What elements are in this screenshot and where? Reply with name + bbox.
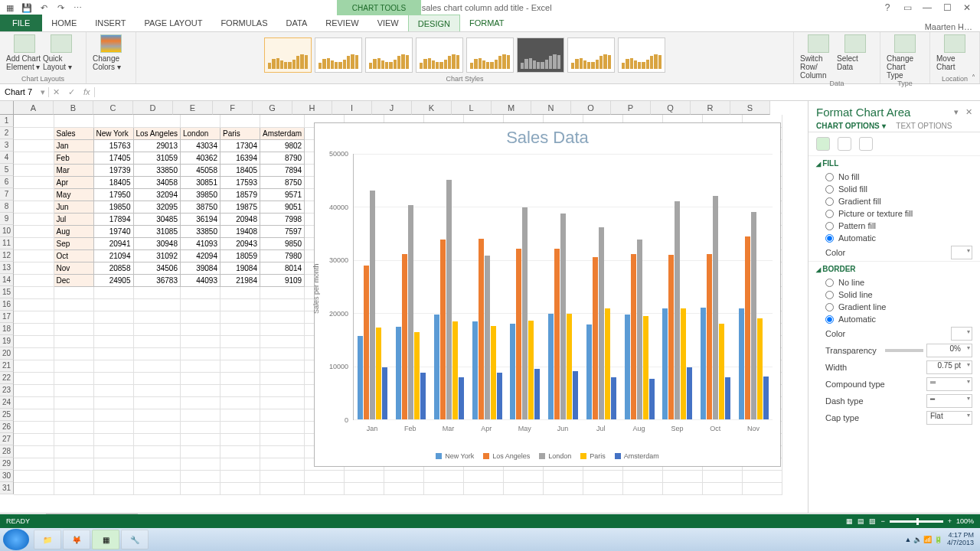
cell[interactable]	[220, 311, 260, 323]
column-header[interactable]: H	[292, 101, 332, 115]
cell[interactable]	[181, 347, 220, 360]
tab-home[interactable]: HOME	[42, 15, 86, 31]
automatic-fill-radio[interactable]	[825, 234, 834, 243]
taskbar-explorer-icon[interactable]: 📁	[34, 530, 61, 549]
bar[interactable]	[414, 332, 420, 419]
cell[interactable]: 43034	[181, 139, 220, 152]
cell[interactable]	[54, 311, 93, 323]
view-page-break-icon[interactable]: ▧	[869, 517, 876, 525]
cell[interactable]	[181, 298, 220, 311]
worksheet-area[interactable]: ABCDEFGHIJKLMNOPQRS 12345678910111213141…	[0, 101, 808, 513]
cell[interactable]: 19408	[220, 225, 260, 237]
column-header[interactable]: C	[93, 101, 133, 115]
cell[interactable]	[14, 458, 54, 470]
chart-style-thumb-2[interactable]	[315, 37, 362, 73]
bar[interactable]	[408, 205, 413, 419]
size-properties-icon[interactable]	[859, 137, 873, 151]
row-header[interactable]: 19	[0, 335, 14, 347]
cell[interactable]	[14, 482, 54, 494]
cell[interactable]	[54, 470, 93, 482]
column-header[interactable]: S	[730, 101, 770, 115]
bar[interactable]	[605, 308, 610, 419]
cell[interactable]: 17304	[220, 139, 260, 152]
chart-style-thumb-7[interactable]	[567, 37, 615, 73]
row-header[interactable]: 29	[0, 458, 14, 470]
cell[interactable]	[260, 360, 305, 372]
bar[interactable]	[479, 239, 484, 419]
row-header[interactable]: 3	[0, 139, 14, 152]
bar[interactable]	[528, 321, 534, 419]
zoom-out-icon[interactable]: −	[880, 517, 884, 525]
cell[interactable]	[93, 311, 133, 323]
cell[interactable]: New York	[93, 127, 133, 139]
cell[interactable]	[133, 482, 181, 494]
cell[interactable]	[181, 384, 220, 396]
cell[interactable]	[93, 286, 133, 298]
collapse-ribbon-icon[interactable]: ˄	[972, 73, 975, 82]
cell[interactable]	[54, 347, 93, 360]
cell[interactable]: 18405	[220, 164, 260, 176]
cell[interactable]	[93, 323, 133, 335]
cell[interactable]: 24905	[93, 274, 133, 286]
row-header[interactable]: 7	[0, 188, 14, 201]
cell[interactable]: Nov	[54, 262, 93, 274]
cell[interactable]	[181, 421, 220, 433]
redo-icon[interactable]: ↷	[55, 2, 66, 13]
border-color-picker[interactable]	[951, 327, 972, 341]
pane-dropdown-icon[interactable]: ▾	[954, 107, 959, 116]
cell[interactable]: 30485	[133, 213, 181, 225]
cell[interactable]	[14, 213, 54, 225]
pattern-fill-radio[interactable]	[825, 222, 834, 230]
cell[interactable]: 33850	[133, 164, 181, 176]
cell[interactable]	[14, 176, 54, 188]
cell[interactable]: 19740	[93, 225, 133, 237]
cell[interactable]	[220, 421, 260, 433]
cell[interactable]	[14, 139, 54, 152]
cell[interactable]	[544, 470, 583, 482]
cell[interactable]	[424, 482, 464, 494]
cell[interactable]	[14, 152, 54, 164]
maximize-icon[interactable]: ☐	[939, 2, 956, 13]
cell[interactable]	[220, 482, 260, 494]
cell[interactable]: 40362	[181, 152, 220, 164]
bar[interactable]	[459, 377, 464, 419]
column-header[interactable]: J	[372, 101, 412, 115]
help-icon[interactable]: ?	[879, 2, 896, 13]
cell[interactable]: 17950	[93, 188, 133, 201]
cell[interactable]	[220, 409, 260, 421]
undo-icon[interactable]: ↶	[38, 2, 49, 13]
cell[interactable]: Dec	[54, 274, 93, 286]
row-header[interactable]: 12	[0, 249, 14, 262]
cell[interactable]	[663, 470, 703, 482]
cell[interactable]	[181, 372, 220, 384]
cell[interactable]	[181, 286, 220, 298]
no-fill-radio[interactable]	[825, 173, 834, 181]
bar-group[interactable]	[430, 154, 468, 419]
cell[interactable]	[14, 188, 54, 201]
cell[interactable]: Los Angeles	[133, 127, 181, 139]
cell[interactable]	[14, 274, 54, 286]
cell[interactable]: May	[54, 188, 93, 201]
bar-group[interactable]	[620, 154, 658, 419]
cell[interactable]: 38750	[181, 201, 220, 213]
qat-more-icon[interactable]: ⋯	[72, 2, 83, 13]
automatic-line-radio[interactable]	[825, 315, 834, 324]
close-icon[interactable]: ✕	[959, 2, 975, 13]
tab-insert[interactable]: INSERT	[86, 15, 135, 31]
row-header[interactable]: 1	[0, 115, 14, 127]
cell[interactable]	[220, 335, 260, 347]
cell[interactable]	[14, 164, 54, 176]
view-page-layout-icon[interactable]: ▤	[858, 517, 864, 525]
bar[interactable]	[681, 308, 686, 419]
row-header[interactable]: 14	[0, 274, 14, 286]
cell[interactable]	[583, 482, 623, 494]
cell[interactable]	[14, 335, 54, 347]
cell[interactable]	[14, 298, 54, 311]
row-header[interactable]: 31	[0, 482, 14, 494]
cell[interactable]: 39850	[181, 188, 220, 201]
cell[interactable]	[54, 458, 93, 470]
bar[interactable]	[446, 180, 452, 419]
add-chart-element-button[interactable]: Add Chart Element ▾	[6, 34, 43, 71]
legend-item[interactable]: London	[539, 452, 571, 460]
cell[interactable]: 31059	[133, 152, 181, 164]
